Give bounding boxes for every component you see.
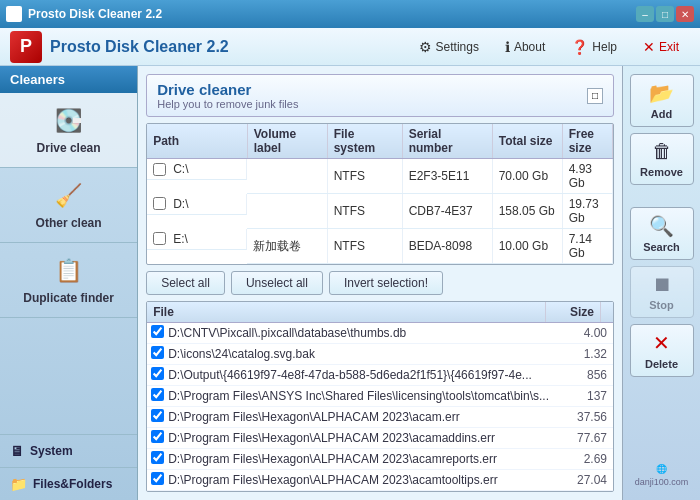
- drive-checkbox-2[interactable]: [153, 232, 166, 245]
- drive-clean-icon: 💽: [53, 105, 85, 137]
- drive-fs: NTFS: [327, 229, 402, 264]
- title-bar-text: Prosto Disk Cleaner 2.2: [28, 7, 636, 21]
- drive-volume: [247, 194, 327, 229]
- file-checkbox-2[interactable]: [151, 367, 164, 380]
- drive-fs: NTFS: [327, 159, 402, 194]
- duplicate-finder-icon: 📋: [53, 255, 85, 287]
- drive-checkbox-1[interactable]: [153, 197, 166, 210]
- other-clean-label: Other clean: [36, 216, 102, 230]
- file-col-header: File: [147, 302, 546, 322]
- drive-path: E:\: [173, 232, 188, 246]
- sidebar-item-files-folders[interactable]: 📁 Files&Folders: [0, 467, 137, 500]
- drive-fs: NTFS: [327, 194, 402, 229]
- file-size: 137: [553, 389, 613, 403]
- file-name: D:\Program Files\Hexagon\ALPHACAM 2023\a…: [168, 452, 553, 466]
- file-checkbox-3[interactable]: [151, 388, 164, 401]
- section-header: Drive cleaner Help you to remove junk fi…: [146, 74, 614, 117]
- drive-serial: E2F3-5E11: [402, 159, 492, 194]
- stop-button[interactable]: ⏹ Stop: [630, 266, 694, 318]
- sidebar-item-system[interactable]: 🖥 System: [0, 434, 137, 467]
- drive-path-cell: D:\: [147, 194, 247, 215]
- col-serial: Serial number: [402, 124, 492, 159]
- drive-volume: [247, 159, 327, 194]
- expand-button[interactable]: □: [587, 88, 603, 104]
- stop-label: Stop: [649, 299, 673, 311]
- drive-path: D:\: [173, 197, 188, 211]
- other-clean-icon: 🧹: [53, 180, 85, 212]
- about-icon: ℹ: [505, 39, 510, 55]
- add-label: Add: [651, 108, 672, 120]
- delete-button[interactable]: ✕ Delete: [630, 324, 694, 377]
- title-bar: 🖥 Prosto Disk Cleaner 2.2 – □ ✕: [0, 0, 700, 28]
- settings-button[interactable]: ⚙ Settings: [408, 34, 490, 60]
- list-item: D:\Program Files\Hexagon\ALPHACAM 2023\a…: [147, 428, 613, 449]
- drive-table: Path Volume label File system Serial num…: [147, 124, 613, 264]
- file-name: D:\Program Files\Hexagon\ALPHACAM 2023\a…: [168, 473, 553, 487]
- list-item: D:\Program Files\Hexagon\ALPHACAM 2023\a…: [147, 407, 613, 428]
- file-list-container: File Size D:\CNTV\Pixcall\.pixcall\datab…: [146, 301, 614, 492]
- title-bar-buttons: – □ ✕: [636, 6, 694, 22]
- select-all-button[interactable]: Select all: [146, 271, 225, 295]
- drive-volume: 新加载卷: [247, 229, 327, 264]
- col-fs: File system: [327, 124, 402, 159]
- file-checkbox-6[interactable]: [151, 451, 164, 464]
- remove-button[interactable]: 🗑 Remove: [630, 133, 694, 185]
- sidebar-item-drive-clean[interactable]: 💽 Drive clean: [0, 93, 137, 168]
- list-item: D:\icons\24\catalog.svg.bak 1.32: [147, 344, 613, 365]
- sidebar-item-other-clean[interactable]: 🧹 Other clean: [0, 168, 137, 243]
- drive-row: C:\ NTFS E2F3-5E11 70.00 Gb 4.93 Gb: [147, 159, 612, 194]
- add-button[interactable]: 📂 Add: [630, 74, 694, 127]
- file-list-body[interactable]: D:\CNTV\Pixcall\.pixcall\database\thumbs…: [147, 323, 613, 491]
- drive-serial: CDB7-4E37: [402, 194, 492, 229]
- remove-label: Remove: [640, 166, 683, 178]
- col-free: Free size: [562, 124, 612, 159]
- help-button[interactable]: ❓ Help: [560, 34, 628, 60]
- invert-selection-button[interactable]: Invert selection!: [329, 271, 443, 295]
- sidebar-bottom: 🖥 System 📁 Files&Folders: [0, 434, 137, 500]
- add-icon: 📂: [649, 81, 674, 105]
- drive-free: 7.14 Gb: [562, 229, 612, 264]
- content-area: Drive cleaner Help you to remove junk fi…: [138, 66, 700, 500]
- file-size: 2.69: [553, 452, 613, 466]
- settings-icon: ⚙: [419, 39, 432, 55]
- system-label: System: [30, 444, 73, 458]
- maximize-button[interactable]: □: [656, 6, 674, 22]
- about-button[interactable]: ℹ About: [494, 34, 556, 60]
- files-folders-icon: 📁: [10, 476, 27, 492]
- file-name: D:\CNTV\Pixcall\.pixcall\database\thumbs…: [168, 326, 553, 340]
- drive-serial: BEDA-8098: [402, 229, 492, 264]
- file-checkbox-7[interactable]: [151, 472, 164, 485]
- content-main: Drive cleaner Help you to remove junk fi…: [138, 66, 622, 500]
- main-container: Cleaners 💽 Drive clean 🧹 Other clean 📋 D…: [0, 66, 700, 500]
- exit-label: Exit: [659, 40, 679, 54]
- close-button[interactable]: ✕: [676, 6, 694, 22]
- exit-button[interactable]: ✕ Exit: [632, 34, 690, 60]
- file-checkbox-0[interactable]: [151, 325, 164, 338]
- file-checkbox-5[interactable]: [151, 430, 164, 443]
- file-name: D:\Program Files\Hexagon\ALPHACAM 2023\a…: [168, 431, 553, 445]
- drive-clean-label: Drive clean: [37, 141, 101, 155]
- section-subtitle: Help you to remove junk files: [157, 98, 298, 110]
- unselect-all-button[interactable]: Unselect all: [231, 271, 323, 295]
- file-checkbox-4[interactable]: [151, 409, 164, 422]
- drive-path-cell: E:\: [147, 229, 247, 250]
- minimize-button[interactable]: –: [636, 6, 654, 22]
- list-item: D:\Program Files\Hexagon\ALPHACAM 2023\a…: [147, 470, 613, 491]
- col-total: Total size: [492, 124, 562, 159]
- app-icon: 🖥: [6, 6, 22, 22]
- delete-label: Delete: [645, 358, 678, 370]
- drive-total: 158.05 Gb: [492, 194, 562, 229]
- section-title: Drive cleaner: [157, 81, 298, 98]
- col-volume: Volume label: [247, 124, 327, 159]
- app-logo: P Prosto Disk Cleaner 2.2: [10, 31, 408, 63]
- file-size: 77.67: [553, 431, 613, 445]
- search-button[interactable]: 🔍 Search: [630, 207, 694, 260]
- drive-checkbox-0[interactable]: [153, 163, 166, 176]
- drive-free: 4.93 Gb: [562, 159, 612, 194]
- about-label: About: [514, 40, 545, 54]
- file-size: 4.00: [553, 326, 613, 340]
- file-checkbox-1[interactable]: [151, 346, 164, 359]
- sidebar-item-duplicate-finder[interactable]: 📋 Duplicate finder: [0, 243, 137, 318]
- file-name: D:\Program Files\Hexagon\ALPHACAM 2023\a…: [168, 410, 553, 424]
- menu-bar: P Prosto Disk Cleaner 2.2 ⚙ Settings ℹ A…: [0, 28, 700, 66]
